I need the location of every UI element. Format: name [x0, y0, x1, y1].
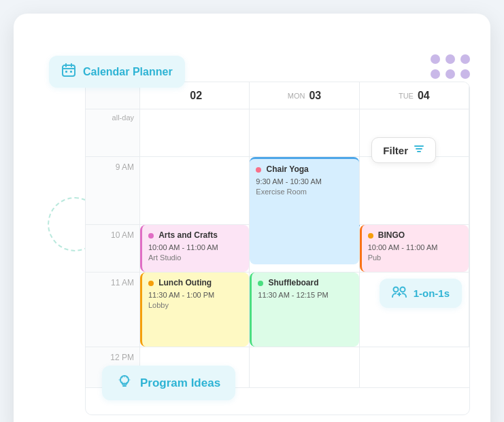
- day-name-tue: TUE: [399, 92, 414, 100]
- time-10am: 10 AM: [86, 225, 140, 272]
- allday-label: all-day: [86, 109, 140, 157]
- cell-9am-col2[interactable]: Chair Yoga 9:30 AM - 10:30 AM Exercise R…: [250, 157, 359, 225]
- shuffle-time: 11:30 AM - 12:15 PM: [258, 290, 352, 300]
- arts-dot: [148, 233, 154, 239]
- svg-point-5: [400, 287, 405, 292]
- allday-col1: [140, 109, 250, 157]
- calendar-planner-label: Calendar Planner: [83, 66, 173, 78]
- header-col2: MON 03: [250, 82, 359, 109]
- bingo-title: BINGO: [378, 230, 405, 240]
- yoga-title: Chair Yoga: [267, 164, 309, 174]
- lunch-dot: [148, 281, 154, 286]
- lunch-location: Lobby: [148, 300, 243, 311]
- allday-col2: [250, 109, 359, 157]
- day-num-03: 03: [309, 90, 321, 102]
- calendar-icon: [61, 63, 76, 81]
- program-icon: [117, 374, 132, 392]
- bingo-dot: [368, 233, 373, 239]
- filter-button[interactable]: Filter: [371, 137, 436, 163]
- svg-rect-0: [63, 65, 75, 76]
- header-col3: TUE 04: [360, 82, 469, 109]
- yoga-location: Exercise Room: [256, 187, 352, 197]
- time-11am: 11 AM: [86, 272, 140, 347]
- lunch-time: 11:30 AM - 1:00 PM: [148, 290, 243, 300]
- app-container: Calendar Planner Filter 02 MON 03 TUE 04…: [14, 14, 490, 422]
- cell-9am-col3: [360, 157, 469, 225]
- cell-12pm-col3: [360, 347, 469, 388]
- shuffle-dot: [258, 281, 263, 286]
- oneonone-badge[interactable]: 1-on-1s: [380, 279, 462, 308]
- bingo-time: 10:00 AM - 11:00 AM: [368, 243, 463, 253]
- svg-rect-2: [70, 71, 72, 73]
- arts-time: 10:00 AM - 11:00 AM: [148, 243, 243, 253]
- program-ideas-label: Program Ideas: [140, 376, 220, 390]
- event-bingo[interactable]: BINGO 10:00 AM - 11:00 AM Pub: [360, 225, 469, 272]
- lunch-title: Lunch Outing: [158, 278, 212, 287]
- event-lunch-outing[interactable]: Lunch Outing 11:30 AM - 1:00 PM Lobby: [140, 272, 249, 347]
- yoga-time: 9:30 AM - 10:30 AM: [256, 177, 352, 187]
- arts-location: Art Studio: [148, 253, 243, 263]
- program-ideas-badge[interactable]: Program Ideas: [102, 366, 235, 400]
- cell-11am-col2[interactable]: Shuffleboard 11:30 AM - 12:15 PM: [250, 272, 359, 347]
- cell-11am-col1[interactable]: Lunch Outing 11:30 AM - 1:00 PM Lobby: [140, 272, 250, 347]
- oneonone-icon: [392, 285, 407, 301]
- cell-9am-col1: [140, 157, 250, 225]
- cell-12pm-col2: [250, 347, 359, 388]
- time-9am: 9 AM: [86, 157, 140, 225]
- filter-label: Filter: [383, 145, 408, 156]
- svg-point-4: [393, 287, 398, 292]
- arts-title: Arts and Crafts: [158, 230, 218, 240]
- filter-icon: [414, 143, 424, 157]
- yoga-dot: [256, 167, 261, 173]
- svg-rect-1: [65, 71, 67, 73]
- shuffle-title: Shuffleboard: [269, 278, 319, 287]
- day-name-mon: MON: [288, 92, 305, 100]
- day-num-04: 04: [418, 90, 430, 102]
- bingo-location: Pub: [368, 253, 463, 263]
- calendar-planner-badge[interactable]: Calendar Planner: [49, 56, 185, 88]
- event-shuffleboard[interactable]: Shuffleboard 11:30 AM - 12:15 PM: [250, 272, 358, 347]
- cell-10am-col1[interactable]: Arts and Crafts 10:00 AM - 11:00 AM Art …: [140, 225, 250, 272]
- event-arts-crafts[interactable]: Arts and Crafts 10:00 AM - 11:00 AM Art …: [140, 225, 249, 272]
- day-num-02: 02: [190, 90, 202, 102]
- oneonone-label: 1-on-1s: [414, 287, 450, 299]
- event-chair-yoga[interactable]: Chair Yoga 9:30 AM - 10:30 AM Exercise R…: [250, 157, 358, 264]
- cell-10am-col3[interactable]: BINGO 10:00 AM - 11:00 AM Pub: [360, 225, 469, 272]
